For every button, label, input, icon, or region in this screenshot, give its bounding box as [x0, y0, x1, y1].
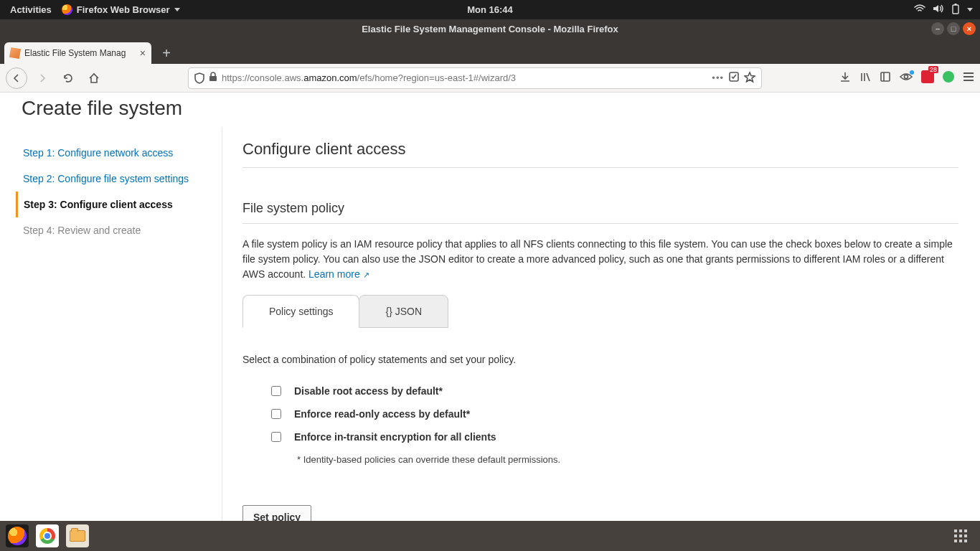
wifi-icon[interactable]	[914, 4, 925, 15]
library-icon[interactable]	[859, 71, 871, 85]
step-1-link[interactable]: Step 1: Configure network access	[22, 140, 212, 166]
set-policy-button[interactable]: Set policy	[242, 505, 311, 521]
window-close-button[interactable]: ×	[963, 22, 976, 35]
dock-firefox[interactable]	[6, 524, 29, 547]
subsection-heading: File system policy	[242, 201, 958, 224]
new-tab-button[interactable]: +	[157, 45, 176, 64]
nav-back-button[interactable]	[6, 67, 27, 89]
page-title: Create file system	[22, 93, 958, 127]
tab-close-button[interactable]: ×	[140, 47, 146, 59]
volume-icon[interactable]	[933, 4, 944, 16]
policy-checkbox-group: Disable root access by default* Enforce …	[271, 385, 958, 465]
browser-toolbar: https://console.aws.amazon.com/efs/home?…	[0, 64, 980, 93]
step-2-link[interactable]: Step 2: Configure file system settings	[22, 166, 212, 192]
lock-icon	[209, 72, 217, 84]
chevron-down-icon	[174, 8, 180, 11]
downloads-icon[interactable]	[839, 71, 851, 85]
url-bar[interactable]: https://console.aws.amazon.com/efs/home?…	[188, 67, 762, 89]
svg-rect-0	[953, 5, 958, 14]
tab-policy-settings[interactable]: Policy settings	[242, 295, 359, 328]
url-text: https://console.aws.amazon.com/efs/home?…	[222, 72, 707, 83]
clock[interactable]: Mon 16:44	[467, 4, 513, 15]
tab-strip: Elastic File System Manag × +	[0, 39, 980, 64]
svg-rect-4	[881, 72, 890, 81]
checkbox-disable-root-input[interactable]	[271, 386, 281, 396]
tab-title: Elastic File System Manag	[24, 48, 126, 58]
window-maximize-button[interactable]: □	[947, 22, 960, 35]
tab-json[interactable]: {} JSON	[359, 295, 448, 328]
activities-button[interactable]: Activities	[10, 4, 52, 15]
gnome-top-bar: Activities Firefox Web Browser Mon 16:44	[0, 0, 980, 19]
extension-green-icon[interactable]	[943, 71, 954, 85]
battery-icon[interactable]	[951, 3, 960, 17]
checkbox-in-transit[interactable]: Enforce in-transit encryption for all cl…	[271, 431, 958, 443]
sidebar-icon[interactable]	[880, 71, 891, 85]
wizard-steps-sidebar: Step 1: Configure network access Step 2:…	[22, 127, 222, 521]
policy-description: A file system policy is an IAM resource …	[242, 237, 958, 282]
step-4-future: Step 4: Review and create	[22, 217, 212, 243]
reader-shield-icon[interactable]	[728, 71, 740, 85]
hamburger-menu-icon[interactable]	[963, 72, 974, 85]
checkbox-in-transit-input[interactable]	[271, 432, 281, 442]
policy-tabs: Policy settings {} JSON	[242, 295, 958, 328]
app-menu[interactable]: Firefox Web Browser	[62, 4, 180, 15]
nav-forward-button[interactable]	[32, 67, 53, 89]
svg-rect-1	[955, 4, 957, 5]
extension-eye-icon[interactable]	[900, 72, 913, 85]
ubuntu-dock	[0, 521, 980, 551]
checkbox-read-only[interactable]: Enforce read-only access by default*	[271, 408, 958, 420]
policy-hint: Select a combination of policy statement…	[242, 354, 958, 365]
folder-icon	[70, 530, 85, 542]
page-viewport[interactable]: Create file system Step 1: Configure net…	[0, 93, 980, 521]
window-minimize-button[interactable]: –	[931, 22, 944, 35]
window-title: Elastic File System Management Console -…	[362, 24, 618, 34]
svg-point-5	[905, 75, 908, 78]
main-panel: Configure client access File system poli…	[222, 127, 958, 521]
nav-home-button[interactable]	[83, 67, 105, 89]
checkbox-disable-root[interactable]: Disable root access by default*	[271, 385, 958, 397]
learn-more-link[interactable]: Learn more ↗	[308, 268, 369, 280]
notification-badge: 28	[928, 66, 938, 73]
policy-footnote: * Identity-based policies can override t…	[297, 454, 958, 465]
browser-tab[interactable]: Elastic File System Manag ×	[4, 42, 151, 64]
bookmark-star-icon[interactable]	[744, 71, 755, 85]
shield-icon	[194, 72, 204, 84]
checkbox-read-only-input[interactable]	[271, 409, 281, 419]
chrome-icon	[39, 528, 55, 544]
show-applications-button[interactable]	[954, 529, 967, 542]
favicon-icon	[9, 47, 21, 59]
svg-rect-2	[209, 76, 217, 81]
external-link-icon: ↗	[363, 270, 369, 279]
step-3-current: Step 3: Configure client access	[16, 192, 212, 217]
firefox-icon	[62, 4, 72, 15]
page-actions-icon[interactable]: •••	[712, 72, 724, 83]
firefox-icon	[8, 527, 27, 545]
system-menu-chevron-icon[interactable]	[967, 8, 973, 11]
dock-chrome[interactable]	[36, 524, 59, 547]
dock-files[interactable]	[66, 524, 89, 547]
window-titlebar: Elastic File System Management Console -…	[0, 19, 980, 39]
nav-reload-button[interactable]	[57, 67, 79, 89]
extension-red-icon[interactable]: 28	[921, 70, 934, 86]
app-menu-label: Firefox Web Browser	[77, 4, 170, 15]
section-heading: Configure client access	[242, 140, 958, 168]
